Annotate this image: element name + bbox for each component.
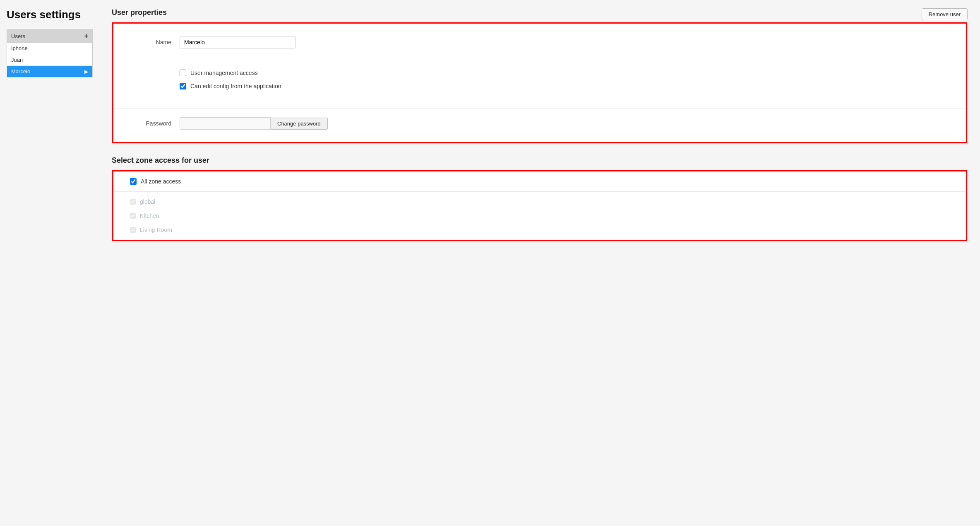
password-label: Password [130, 120, 180, 127]
zone-global-checkbox [130, 199, 136, 205]
all-zone-access-row: All zone access [113, 171, 966, 192]
user-management-label: User management access [190, 70, 258, 76]
all-zone-checkbox[interactable] [130, 178, 137, 185]
user-name-juan: Juan [11, 57, 23, 63]
change-password-button[interactable]: Change password [271, 118, 328, 130]
zone-kitchen-label: Kitchen [140, 212, 159, 219]
user-item-juan[interactable]: Juan [7, 54, 92, 66]
user-name-marcelo: Marcelo [11, 68, 30, 75]
zone-living-room-row: Living Room [130, 227, 949, 233]
user-item-iphone[interactable]: Iphone [7, 43, 92, 54]
name-row: Name [130, 36, 949, 48]
page: Users settings Users + Iphone Juan Marce… [0, 0, 980, 526]
name-label: Name [130, 39, 180, 46]
zone-access-card-inner: All zone access global Kitchen Living Ro… [112, 170, 967, 241]
checkboxes-section: User management access Can edit config f… [113, 61, 966, 109]
user-properties-title: User properties [112, 8, 167, 17]
zone-kitchen-checkbox [130, 213, 136, 219]
user-properties-header: User properties [112, 8, 968, 17]
password-section: Password Change password [113, 109, 966, 142]
all-zone-label: All zone access [141, 178, 181, 185]
sidebar: Users settings Users + Iphone Juan Marce… [0, 0, 99, 526]
user-properties-card: Name User management access Can edit con… [112, 22, 968, 144]
users-list-header[interactable]: Users + [7, 30, 92, 43]
zone-kitchen-row: Kitchen [130, 212, 949, 219]
password-row: Password Change password [130, 117, 949, 130]
users-list-label: Users [11, 33, 25, 39]
password-input[interactable] [180, 117, 271, 130]
page-title: Users settings [7, 8, 93, 21]
can-edit-label: Can edit config from the application [190, 83, 281, 89]
can-edit-row: Can edit config from the application [130, 83, 949, 89]
zone-access-title: Select zone access for user [112, 156, 209, 165]
user-name-iphone: Iphone [11, 45, 28, 51]
main-content: Remove user User properties Name [99, 0, 980, 526]
zone-access-card: All zone access global Kitchen Living Ro… [112, 170, 968, 241]
zone-living-room-label: Living Room [140, 227, 172, 233]
user-management-checkbox[interactable] [180, 70, 186, 76]
user-item-marcelo[interactable]: Marcelo ▶ [7, 66, 92, 77]
user-management-row: User management access [130, 70, 949, 76]
selected-arrow-icon: ▶ [84, 69, 88, 75]
zone-sub-items: global Kitchen Living Room [113, 192, 966, 240]
name-input[interactable] [180, 36, 295, 48]
add-user-icon[interactable]: + [84, 32, 88, 40]
can-edit-checkbox[interactable] [180, 83, 186, 89]
user-properties-card-inner: Name User management access Can edit con… [112, 22, 967, 143]
zone-global-row: global [130, 198, 949, 205]
zone-access-header: Select zone access for user [112, 156, 968, 165]
zone-living-room-checkbox [130, 227, 136, 233]
zone-global-label: global [140, 198, 155, 205]
users-list-container: Users + Iphone Juan Marcelo ▶ [7, 29, 93, 77]
name-form-section: Name [113, 24, 966, 61]
remove-user-button[interactable]: Remove user [922, 8, 968, 20]
